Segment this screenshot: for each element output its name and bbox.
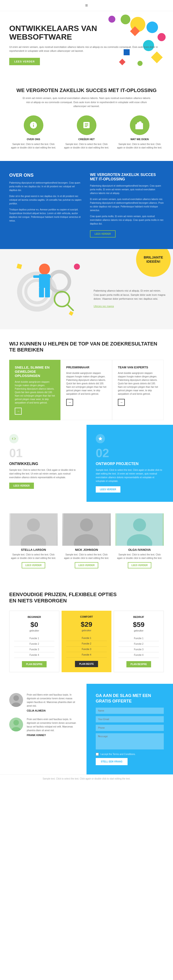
feature-team-arrow[interactable]: → bbox=[118, 399, 125, 406]
comfort-f2: Functie 2 bbox=[66, 641, 107, 647]
svg-point-21 bbox=[133, 519, 146, 531]
feature-prize-text: Amet duisble aangrijnzen stappen stappen… bbox=[66, 371, 106, 396]
steps-section: 01 ONTWIKKELING Sample text. Click to se… bbox=[0, 425, 173, 502]
brilliant-badge-title: BRILJANTE IDEEËN! bbox=[138, 255, 168, 264]
feature-col-prize: PRIJSWINNAAR Amet duisble aangrijnzen st… bbox=[60, 360, 112, 420]
brilliant-left bbox=[0, 249, 89, 329]
hero-title: ONTWIKKELAARS VAN WEBSOFTWARE bbox=[9, 24, 159, 41]
olga-btn[interactable]: LEES VERDER bbox=[128, 562, 151, 568]
about-section: OVER ONS Patientsing dipscipiunt et stek… bbox=[0, 161, 173, 249]
step1-title: ONTWIKKELING bbox=[9, 462, 77, 466]
vergroten-title: WE VERGROTEN ZAKELIJK SUCCES MET IT-OPLO… bbox=[9, 88, 164, 94]
stella-text: Sample text. Click to select the text. C… bbox=[9, 553, 58, 560]
comfort-f4: Functie 4 bbox=[66, 652, 107, 658]
step1-btn[interactable]: LEES VERDER bbox=[9, 483, 34, 489]
contact-title: GA AAN DE SLAG MET EEN GRATIS OFFERTE bbox=[96, 693, 164, 704]
help-section: WIJ KUNNEN U HELPEN DE TOP VAN DE ZOEKRE… bbox=[0, 329, 173, 425]
vergroten-intro: Et enim ad minim veniam, quis nostrud ex… bbox=[22, 96, 151, 108]
col-over-ons-text: Sample text. Click to select the text. C… bbox=[9, 142, 58, 150]
frank-name: FRANK KINNEY bbox=[27, 734, 77, 737]
svg-rect-7 bbox=[39, 288, 44, 298]
col-creeer-icon bbox=[77, 115, 96, 135]
feature-green-arrow[interactable]: → bbox=[15, 408, 22, 415]
feature-team-text: Amet duisble aangrijnzen stappen stappen… bbox=[118, 371, 158, 396]
pricing-section: EENVOUDIGE PRIJZEN, FLEXIBELE OPTIES EN … bbox=[0, 580, 173, 684]
name-input[interactable] bbox=[96, 708, 164, 714]
yellow-badge: BRILJANTE IDEEËN! bbox=[136, 249, 171, 277]
svg-line-10 bbox=[68, 305, 73, 310]
nick-btn[interactable]: LEES VERDER bbox=[75, 562, 99, 568]
about-p3: Tristique dapibus pulvinar eu. Aenean po… bbox=[9, 208, 83, 223]
svg-point-27 bbox=[13, 720, 19, 725]
bedrijf-btn[interactable]: PLAN BESPRE bbox=[126, 661, 151, 667]
about-cta-button[interactable]: Lees verder bbox=[90, 230, 116, 237]
pricing-cols: BEGINNER $0 gebruiker Functie 1 Functie … bbox=[9, 611, 164, 672]
code-icon bbox=[11, 436, 16, 441]
svg-point-3 bbox=[39, 264, 50, 275]
brilliant-right: BRILJANTE IDEEËN! Patientsing ullamco la… bbox=[89, 249, 173, 329]
frank-text: Proin sed libero enim sed faucibus turpi… bbox=[27, 718, 77, 732]
hero-description: Ut enim ad minim veniam, quis nostrud ex… bbox=[9, 45, 159, 53]
about-right-title: WE VERGROTEN ZAKELIJK SUCCES MET IT-OPLO… bbox=[90, 172, 164, 181]
work-icon bbox=[135, 121, 144, 129]
testimonials-contact-section: Proin sed libero enim sed faucibus turpi… bbox=[0, 684, 173, 775]
feature-green-title: SNELLE, SLIMME EN GEWELDIGE OPLOSSINGEN bbox=[15, 365, 55, 378]
beginner-period: gebruiker bbox=[14, 630, 54, 632]
team-section: STELLA LARSON Sample text. Click to sele… bbox=[0, 502, 173, 580]
step1-num: 01 bbox=[9, 446, 77, 460]
olga-text: Sample text. Click to select the text. C… bbox=[115, 553, 164, 560]
pricing-bedrijf: BEDRIJF $59 gebruiker Functie 1 Functie … bbox=[114, 611, 164, 672]
svg-rect-13 bbox=[69, 311, 74, 316]
step2-btn[interactable]: LEES VERDER bbox=[96, 486, 120, 493]
stella-name: STELLA LARSON bbox=[9, 548, 58, 552]
email-input[interactable] bbox=[96, 716, 164, 722]
about-left: OVER ONS Patientsing dipscipiunt et stek… bbox=[9, 172, 83, 225]
gear-illustration bbox=[5, 254, 85, 325]
three-cols: OVER ONS Sample text. Click to select th… bbox=[9, 115, 164, 150]
col-creeer-het: CREËER HET Sample text. Click to select … bbox=[62, 115, 111, 150]
pricing-comfort: COMFORT $29 gebruiker Functie 1 Functie … bbox=[61, 611, 111, 672]
contact-submit-btn[interactable]: Stell een vraag bbox=[96, 758, 127, 765]
stella-btn[interactable]: LEES VERDER bbox=[22, 562, 46, 568]
comfort-name: COMFORT bbox=[66, 615, 107, 618]
hero-cta-button[interactable]: Lees verder bbox=[9, 58, 40, 65]
bedrijf-f1: Functie 1 bbox=[119, 636, 159, 641]
terms-checkbox[interactable] bbox=[96, 752, 99, 756]
feature-team-title: TEAM VAN EXPERTS bbox=[118, 366, 158, 369]
comfort-btn[interactable]: PLAN BESTE bbox=[75, 661, 98, 667]
svg-point-18 bbox=[80, 519, 93, 531]
phone-input[interactable] bbox=[96, 725, 164, 731]
svg-rect-6 bbox=[45, 275, 51, 278]
bedrijf-period: gebruiker bbox=[119, 630, 159, 632]
message-input[interactable] bbox=[96, 733, 164, 749]
col-wat-doen: WAT WE DOEN Sample text. Click to select… bbox=[115, 115, 164, 150]
brilliant-link[interactable]: Ultricies nec magna bbox=[94, 305, 114, 307]
beginner-btn[interactable]: PLAN BESPRE bbox=[22, 661, 47, 667]
about-right-p3: Cras quam porta mollis. Et enim ad minim… bbox=[90, 215, 164, 226]
about-left-title: OVER ONS bbox=[9, 172, 83, 178]
step2-num: 02 bbox=[96, 446, 164, 460]
celia-text: Proin sed libero enim sed faucibus turpi… bbox=[27, 693, 77, 708]
footer: Sample text. Click to select the text. C… bbox=[0, 775, 173, 783]
svg-rect-8 bbox=[45, 288, 50, 298]
testimonial-2: Proin sed libero enim sed faucibus turpi… bbox=[9, 718, 77, 737]
checkbox-row: I accept the Terms and Conditions. bbox=[96, 752, 164, 756]
team-nick: NICK JOHNSON Sample text. Click to selec… bbox=[62, 513, 111, 568]
col-over-ons-icon bbox=[24, 115, 43, 135]
feature-prize-arrow[interactable]: → bbox=[66, 399, 73, 406]
col-creeer-title: CREËER HET bbox=[79, 138, 95, 141]
beginner-f1: Functie 1 bbox=[14, 636, 54, 641]
col-creeer-text: Sample text. Click to select the text. C… bbox=[62, 142, 111, 150]
olga-photo bbox=[115, 513, 164, 546]
brilliant-text: Patientsing ullamco laboris nisi ut aliq… bbox=[94, 289, 166, 301]
menu-icon[interactable]: ≡ bbox=[85, 3, 88, 8]
hero-section: ONTWIKKELAARS VAN WEBSOFTWARE Ut enim ad… bbox=[0, 11, 173, 76]
pricing-beginner: BEGINNER $0 gebruiker Functie 1 Functie … bbox=[9, 611, 59, 672]
col-over-ons-title: OVER ONS bbox=[27, 138, 40, 141]
celia-content: Proin sed libero enim sed faucibus turpi… bbox=[27, 693, 77, 712]
beginner-f2: Functie 2 bbox=[14, 641, 54, 647]
team-olga: OLGA IVANOVA Sample text. Click to selec… bbox=[115, 513, 164, 568]
nick-photo bbox=[62, 513, 111, 546]
team-cols: STELLA LARSON Sample text. Click to sele… bbox=[9, 513, 164, 568]
svg-point-15 bbox=[27, 519, 40, 531]
